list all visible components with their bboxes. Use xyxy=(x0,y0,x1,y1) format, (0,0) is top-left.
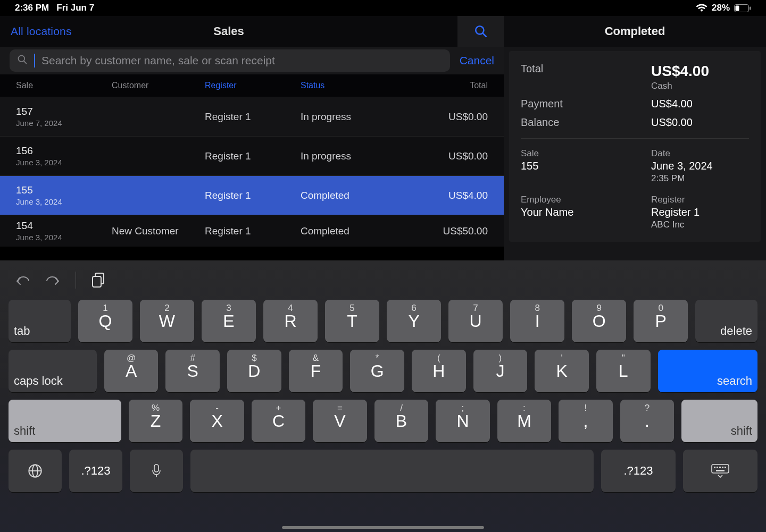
key-symbols-left[interactable]: .?123 xyxy=(69,450,122,492)
clipboard-icon[interactable] xyxy=(91,272,106,288)
svg-rect-14 xyxy=(712,465,729,473)
total-method: Cash xyxy=(651,81,709,91)
cancel-button[interactable]: Cancel xyxy=(460,54,494,67)
locations-link[interactable]: All locations xyxy=(11,25,72,38)
svg-rect-19 xyxy=(725,467,726,468)
key-d[interactable]: $D xyxy=(227,350,281,392)
detail-card: Total US$4.00 Cash Payment US$4.00 Balan… xyxy=(509,51,761,242)
key-e[interactable]: 3E xyxy=(202,300,256,342)
key-dismiss-keyboard[interactable] xyxy=(683,450,757,492)
key-r[interactable]: 4R xyxy=(263,300,318,342)
key-search[interactable]: search xyxy=(658,350,757,392)
sale-id: 154 xyxy=(16,220,112,232)
key-x[interactable]: -X xyxy=(190,400,244,442)
key-comma[interactable]: !, xyxy=(559,400,612,442)
key-capslock[interactable]: caps lock xyxy=(9,350,97,392)
key-period[interactable]: ?. xyxy=(620,400,674,442)
svg-rect-12 xyxy=(154,465,159,472)
key-shift-right[interactable]: shift xyxy=(681,400,757,442)
date-label: Date xyxy=(651,148,713,159)
toolbar-separator xyxy=(76,272,76,289)
key-h[interactable]: (H xyxy=(412,350,466,392)
sale-id: 155 xyxy=(16,184,112,196)
search-icon xyxy=(17,54,28,67)
key-i[interactable]: 8I xyxy=(510,300,564,342)
key-z[interactable]: %Z xyxy=(129,400,182,442)
key-p[interactable]: 0P xyxy=(634,300,688,342)
key-space[interactable] xyxy=(190,450,594,492)
employee-value: Your Name xyxy=(521,206,651,218)
home-indicator[interactable] xyxy=(282,526,484,529)
table-row[interactable]: 154 June 3, 2024 New Customer Register 1… xyxy=(0,215,504,247)
detail-header: Completed xyxy=(504,16,766,47)
undo-icon[interactable] xyxy=(15,274,31,286)
svg-line-6 xyxy=(24,61,27,64)
key-m[interactable]: :M xyxy=(497,400,551,442)
sale-status: Completed xyxy=(301,190,418,201)
sale-label: Sale xyxy=(521,148,651,159)
svg-rect-2 xyxy=(750,6,751,10)
key-t[interactable]: 5T xyxy=(325,300,379,342)
key-tab[interactable]: tab xyxy=(9,300,71,342)
search-button[interactable] xyxy=(457,16,504,47)
key-u[interactable]: 7U xyxy=(448,300,503,342)
key-c[interactable]: +C xyxy=(252,400,305,442)
key-y[interactable]: 6Y xyxy=(387,300,441,342)
keyboard-icon xyxy=(711,463,730,478)
keyboard-row-4: .?123 .?123 xyxy=(9,450,757,492)
key-l[interactable]: "L xyxy=(596,350,651,392)
key-s[interactable]: #S xyxy=(165,350,220,392)
battery-icon xyxy=(734,4,751,12)
total-amount: US$4.00 xyxy=(651,63,709,80)
key-w[interactable]: 2W xyxy=(140,300,194,342)
sale-status: In progress xyxy=(301,150,418,162)
key-q[interactable]: 1Q xyxy=(78,300,132,342)
key-shift-left[interactable]: shift xyxy=(9,400,121,442)
keyboard-toolbar xyxy=(0,264,766,297)
sale-register: Register 1 xyxy=(205,150,301,162)
redo-icon[interactable] xyxy=(45,274,61,286)
key-delete[interactable]: delete xyxy=(695,300,757,342)
key-o[interactable]: 9O xyxy=(572,300,626,342)
svg-rect-20 xyxy=(716,470,725,471)
key-n[interactable]: ;N xyxy=(436,400,489,442)
col-register[interactable]: Register xyxy=(205,81,301,90)
svg-line-4 xyxy=(482,33,486,37)
key-v[interactable]: =V xyxy=(313,400,367,442)
table-row[interactable]: 156 June 3, 2024 Register 1 In progress … xyxy=(0,136,504,175)
date-value: June 3, 2024 xyxy=(651,160,713,172)
key-b[interactable]: /B xyxy=(374,400,428,442)
payment-amount: US$4.00 xyxy=(651,98,693,110)
payment-label: Payment xyxy=(521,98,651,110)
date-time: 2:35 PM xyxy=(651,173,713,184)
col-customer[interactable]: Customer xyxy=(112,81,205,90)
key-symbols-right[interactable]: .?123 xyxy=(601,450,676,492)
sale-date: June 3, 2024 xyxy=(16,233,112,242)
sale-date: June 3, 2024 xyxy=(16,197,112,206)
total-label: Total xyxy=(521,63,651,75)
svg-rect-15 xyxy=(714,467,715,468)
company: ABC Inc xyxy=(651,219,700,230)
key-k[interactable]: 'K xyxy=(535,350,589,392)
key-globe[interactable] xyxy=(9,450,62,492)
search-input[interactable] xyxy=(41,54,443,67)
employee-label: Employee xyxy=(521,195,651,205)
key-g[interactable]: *G xyxy=(350,350,404,392)
left-header: All locations Sales xyxy=(0,16,504,47)
search-row: Cancel xyxy=(0,47,504,74)
key-mic[interactable] xyxy=(130,450,183,492)
sale-status: In progress xyxy=(301,111,418,123)
col-status[interactable]: Status xyxy=(301,81,418,90)
col-sale[interactable]: Sale xyxy=(16,81,112,90)
keyboard-row-1: tab 1Q 2W 3E 4R 5T 6Y 7U 8I 9O 0P delete xyxy=(9,300,757,342)
table-row-selected[interactable]: 155 June 3, 2024 Register 1 Completed US… xyxy=(0,175,504,215)
key-j[interactable]: )J xyxy=(473,350,528,392)
key-a[interactable]: @A xyxy=(104,350,159,392)
table-row[interactable]: 157 June 7, 2024 Register 1 In progress … xyxy=(0,97,504,136)
col-total[interactable]: Total xyxy=(418,81,488,90)
wifi-icon xyxy=(696,4,707,12)
search-field[interactable] xyxy=(10,49,450,72)
sale-total: US$4.00 xyxy=(418,190,488,201)
key-f[interactable]: &F xyxy=(289,350,343,392)
register-label: Register xyxy=(651,195,700,205)
